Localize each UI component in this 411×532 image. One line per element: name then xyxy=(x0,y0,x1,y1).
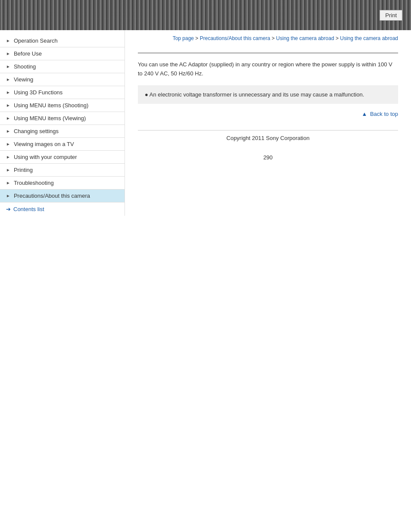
sidebar-item-menu-shooting[interactable]: ► Using MENU items (Shooting) xyxy=(0,99,125,112)
arrow-icon-8: ► xyxy=(6,142,10,146)
breadcrumb: Top page > Precautions/About this camera… xyxy=(138,34,398,42)
sidebar-item-shooting[interactable]: ► Shooting xyxy=(0,60,125,73)
note-item: An electronic voltage transformer is unn… xyxy=(145,90,391,99)
arrow-icon-3: ► xyxy=(6,77,10,82)
sidebar-item-viewing-tv[interactable]: ► Viewing images on a TV xyxy=(0,138,125,151)
breadcrumb-top[interactable]: Top page xyxy=(173,35,194,41)
page-number: 290 xyxy=(138,154,398,161)
sidebar-item-label-3: Viewing xyxy=(14,76,33,83)
sidebar-item-label-9: Using with your computer xyxy=(14,154,77,160)
arrow-icon-1: ► xyxy=(6,51,10,56)
contents-list-link[interactable]: ➔ Contents list xyxy=(0,202,125,216)
arrow-icon-9: ► xyxy=(6,155,10,159)
breadcrumb-sep2: > xyxy=(271,35,276,41)
arrow-icon-6: ► xyxy=(6,116,10,121)
sidebar-item-label-6: Using MENU items (Viewing) xyxy=(14,115,86,121)
contents-list-arrow-icon: ➔ xyxy=(6,206,11,212)
breadcrumb-sep3: > xyxy=(336,35,340,41)
arrow-icon-5: ► xyxy=(6,103,10,108)
breadcrumb-sep1: > xyxy=(195,35,199,41)
breadcrumb-using-abroad[interactable]: Using the camera abroad xyxy=(276,35,334,41)
sidebar-item-label-1: Before Use xyxy=(14,50,42,57)
copyright-text: Copyright 2011 Sony Corporation xyxy=(227,135,310,141)
print-button[interactable]: Print xyxy=(380,10,402,21)
arrow-icon-2: ► xyxy=(6,64,10,69)
sidebar-item-computer[interactable]: ► Using with your computer xyxy=(0,151,125,164)
sidebar: ► Operation Search ► Before Use ► Shooti… xyxy=(0,30,125,216)
arrow-icon-4: ► xyxy=(6,90,10,95)
sidebar-item-printing[interactable]: ► Printing xyxy=(0,164,125,177)
sidebar-item-label-0: Operation Search xyxy=(14,37,58,44)
sidebar-item-troubleshooting[interactable]: ► Troubleshooting xyxy=(0,177,125,190)
sidebar-item-viewing[interactable]: ► Viewing xyxy=(0,73,125,86)
sidebar-item-before-use[interactable]: ► Before Use xyxy=(0,47,125,60)
sidebar-item-using-3d[interactable]: ► Using 3D Functions xyxy=(0,86,125,99)
sidebar-item-label-11: Troubleshooting xyxy=(14,180,54,186)
contents-list-label: Contents list xyxy=(13,206,44,212)
arrow-icon-7: ► xyxy=(6,129,10,134)
body-text: You can use the AC Adaptor (supplied) in… xyxy=(138,60,398,78)
arrow-icon-0: ► xyxy=(6,38,10,43)
sidebar-item-label-4: Using 3D Functions xyxy=(14,89,62,96)
back-to-top-label: Back to top xyxy=(370,111,398,117)
sidebar-item-changing-settings[interactable]: ► Changing settings xyxy=(0,125,125,138)
breadcrumb-current[interactable]: Using the camera abroad xyxy=(340,35,398,41)
sidebar-item-label-12: Precautions/About this camera xyxy=(14,193,90,199)
page-number-value: 290 xyxy=(263,154,273,161)
breadcrumb-precautions[interactable]: Precautions/About this camera xyxy=(200,35,270,41)
sidebar-item-label-7: Changing settings xyxy=(14,128,59,134)
sidebar-item-label-5: Using MENU items (Shooting) xyxy=(14,102,88,109)
sidebar-item-label-10: Printing xyxy=(14,167,33,173)
footer: Copyright 2011 Sony Corporation xyxy=(138,130,398,146)
back-to-top-link[interactable]: ▲ Back to top xyxy=(361,111,398,117)
sidebar-item-precautions[interactable]: ► Precautions/About this camera xyxy=(0,190,125,202)
sidebar-item-label-8: Viewing images on a TV xyxy=(14,141,74,147)
arrow-icon-12: ► xyxy=(6,193,10,198)
back-to-top-icon: ▲ xyxy=(361,111,367,117)
sidebar-item-menu-viewing[interactable]: ► Using MENU items (Viewing) xyxy=(0,112,125,125)
arrow-icon-11: ► xyxy=(6,180,10,185)
page-title-section xyxy=(138,49,398,53)
note-box: An electronic voltage transformer is unn… xyxy=(138,85,398,104)
arrow-icon-10: ► xyxy=(6,168,10,172)
sidebar-item-operation-search[interactable]: ► Operation Search xyxy=(0,34,125,47)
content-area: Top page > Precautions/About this camera… xyxy=(125,30,411,216)
main-layout: ► Operation Search ► Before Use ► Shooti… xyxy=(0,30,411,216)
back-to-top: ▲ Back to top xyxy=(138,111,398,117)
sidebar-item-label-2: Shooting xyxy=(14,63,36,70)
header-banner: Print xyxy=(0,0,411,30)
